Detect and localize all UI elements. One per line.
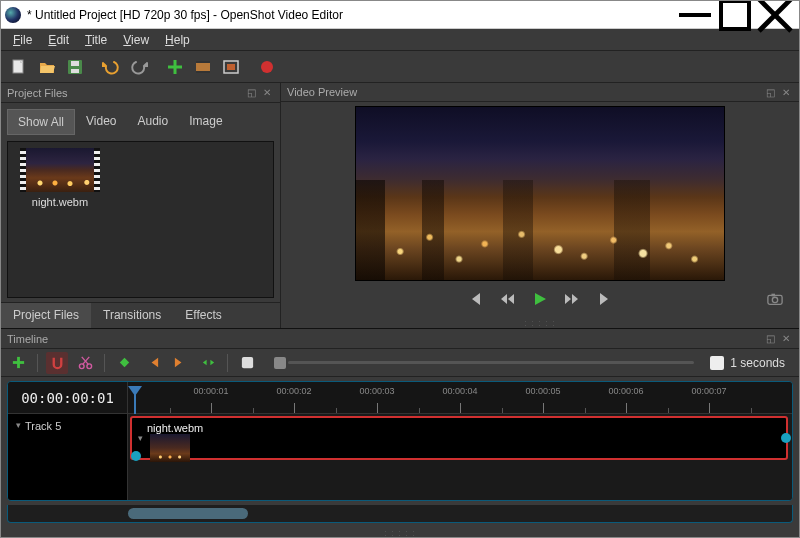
timeline-toolbar: 1 seconds — [1, 349, 799, 377]
zoom-slider-handle[interactable] — [274, 357, 286, 369]
tab-transitions[interactable]: Transitions — [91, 303, 173, 328]
project-files-panel: Project Files ◱ ✕ Show All Video Audio I… — [1, 83, 281, 328]
chevron-down-icon: ▾ — [16, 420, 21, 430]
export-video-button[interactable] — [255, 55, 279, 79]
zoom-box-icon[interactable] — [236, 352, 258, 374]
file-filter-tabs: Show All Video Audio Image — [1, 103, 280, 141]
timeline-body: 00:00:00:01 00:00:01 00:00:02 00:00:03 0… — [7, 381, 793, 501]
svg-rect-11 — [196, 61, 210, 63]
filter-image[interactable]: Image — [179, 109, 232, 135]
prev-marker-button[interactable] — [141, 352, 163, 374]
bottom-tabs: Project Files Transitions Effects — [1, 302, 280, 328]
fast-forward-button[interactable] — [562, 289, 582, 309]
maximize-button[interactable] — [715, 2, 755, 28]
filter-video[interactable]: Video — [76, 109, 126, 135]
preview-canvas[interactable] — [355, 106, 725, 281]
ruler-ticks[interactable]: 00:00:01 00:00:02 00:00:03 00:00:04 00:0… — [128, 382, 792, 413]
next-marker-button[interactable] — [169, 352, 191, 374]
clip-label: night.webm — [32, 196, 88, 208]
chevron-down-icon[interactable]: ▾ — [138, 433, 143, 443]
zoom-value: 1 seconds — [730, 356, 785, 370]
app-icon — [5, 7, 21, 23]
project-files-title: Project Files — [7, 87, 68, 99]
svg-rect-12 — [196, 71, 210, 73]
menu-help[interactable]: Help — [157, 31, 198, 49]
clip-thumbnail — [20, 148, 100, 192]
clip-handle-left[interactable] — [131, 451, 141, 461]
menu-edit[interactable]: Edit — [40, 31, 77, 49]
clip-handle-right[interactable] — [781, 433, 791, 443]
svg-point-17 — [772, 297, 777, 302]
panel-close-icon[interactable]: ✕ — [779, 332, 793, 346]
snapshot-button[interactable] — [765, 289, 785, 309]
panel-close-icon[interactable]: ✕ — [260, 86, 274, 100]
svg-rect-1 — [721, 1, 749, 29]
fullscreen-button[interactable] — [219, 55, 243, 79]
project-files-header: Project Files ◱ ✕ — [1, 83, 280, 103]
center-playhead-button[interactable] — [197, 352, 219, 374]
snapping-button[interactable] — [46, 352, 68, 374]
clip-item[interactable]: night.webm — [18, 148, 102, 208]
main-toolbar — [1, 51, 799, 83]
svg-rect-7 — [71, 69, 79, 73]
svg-rect-25 — [241, 357, 252, 368]
jump-start-button[interactable] — [466, 289, 486, 309]
menu-title[interactable]: Title — [77, 31, 115, 49]
timeline-section: Timeline ◱ ✕ 1 seconds 00:00:00:01 00 — [1, 328, 799, 538]
razor-button[interactable] — [74, 352, 96, 374]
scrollbar-thumb[interactable] — [128, 508, 248, 519]
timeline-ruler[interactable]: 00:00:00:01 00:00:01 00:00:02 00:00:03 0… — [8, 382, 792, 414]
track-name: Track 5 — [25, 420, 61, 432]
video-preview-header: Video Preview ◱ ✕ — [281, 83, 799, 102]
panel-float-icon[interactable]: ◱ — [244, 86, 258, 100]
main-area: Project Files ◱ ✕ Show All Video Audio I… — [1, 83, 799, 328]
redo-button[interactable] — [127, 55, 151, 79]
jump-end-button[interactable] — [594, 289, 614, 309]
svg-rect-14 — [227, 64, 235, 70]
tab-project-files[interactable]: Project Files — [1, 303, 91, 328]
track-header[interactable]: ▾ Track 5 — [8, 414, 128, 500]
timeline-clip-name: night.webm — [147, 422, 203, 434]
play-button[interactable] — [530, 289, 550, 309]
new-project-button[interactable] — [7, 55, 31, 79]
resize-handle-icon[interactable]: : : : : : — [524, 317, 556, 329]
timeline-tracks: ▾ Track 5 ▾ night.webm — [8, 414, 792, 500]
track-lane[interactable]: ▾ night.webm — [128, 414, 792, 500]
zoom-slider[interactable] — [274, 357, 694, 369]
svg-line-23 — [82, 357, 89, 365]
undo-button[interactable] — [99, 55, 123, 79]
filter-show-all[interactable]: Show All — [7, 109, 75, 135]
menu-file[interactable]: File — [5, 31, 40, 49]
menu-view[interactable]: View — [115, 31, 157, 49]
svg-line-24 — [81, 357, 88, 365]
timeline-header: Timeline ◱ ✕ — [1, 329, 799, 349]
timeline-scrollbar[interactable] — [7, 505, 793, 523]
window-title: * Untitled Project [HD 720p 30 fps] - Op… — [27, 8, 675, 22]
timeline-clip[interactable]: ▾ night.webm — [130, 416, 788, 460]
panel-float-icon[interactable]: ◱ — [763, 85, 777, 99]
panel-float-icon[interactable]: ◱ — [763, 332, 777, 346]
import-files-button[interactable] — [163, 55, 187, 79]
video-preview-title: Video Preview — [287, 86, 357, 98]
minimize-button[interactable] — [675, 2, 715, 28]
add-marker-button[interactable] — [113, 352, 135, 374]
panel-close-icon[interactable]: ✕ — [779, 85, 793, 99]
choose-profile-button[interactable] — [191, 55, 215, 79]
clip-thumbnail — [150, 434, 190, 462]
add-track-button[interactable] — [7, 352, 29, 374]
timecode-display: 00:00:00:01 — [8, 382, 128, 413]
save-project-button[interactable] — [63, 55, 87, 79]
open-project-button[interactable] — [35, 55, 59, 79]
close-button[interactable] — [755, 2, 795, 28]
preview-controls — [281, 281, 799, 317]
project-files-list[interactable]: night.webm — [7, 141, 274, 298]
tab-effects[interactable]: Effects — [173, 303, 233, 328]
filter-audio[interactable]: Audio — [128, 109, 179, 135]
rewind-button[interactable] — [498, 289, 518, 309]
svg-rect-18 — [771, 294, 775, 297]
resize-handle-icon[interactable]: : : : : : — [1, 527, 799, 538]
zoom-label: 1 seconds — [710, 356, 793, 370]
video-preview-panel: Video Preview ◱ ✕ : : : : : — [281, 83, 799, 328]
window-titlebar: * Untitled Project [HD 720p 30 fps] - Op… — [1, 1, 799, 29]
svg-point-15 — [261, 61, 273, 73]
